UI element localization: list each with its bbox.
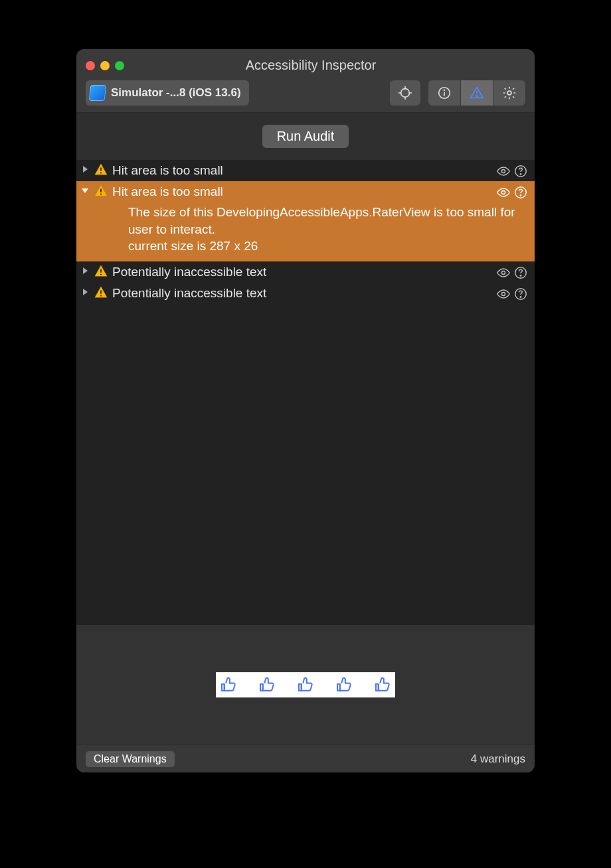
svg-point-18 [501, 190, 505, 194]
issue-row[interactable]: Hit area is too small [76, 181, 535, 202]
svg-point-22 [100, 273, 102, 275]
svg-point-30 [520, 297, 521, 297]
svg-point-12 [100, 172, 102, 173]
issue-row[interactable]: Potentially inaccessible text [76, 261, 535, 283]
svg-point-10 [507, 91, 511, 95]
toolbar: Simulator -...8 (iOS 13.6) [86, 80, 525, 106]
issue-title: Hit area is too small [112, 163, 492, 178]
window-title: Accessibility Inspector [96, 58, 525, 73]
disclosure-triangle-icon[interactable] [80, 163, 90, 173]
disclosure-triangle-icon[interactable] [80, 285, 90, 296]
run-audit-button[interactable]: Run Audit [262, 125, 349, 148]
reveal-icon[interactable] [496, 164, 511, 179]
thumbs-up-icon [334, 675, 354, 695]
svg-point-0 [401, 89, 410, 98]
svg-rect-11 [100, 167, 102, 171]
help-icon[interactable] [513, 185, 528, 200]
reveal-icon[interactable] [496, 287, 511, 301]
svg-point-20 [520, 195, 521, 196]
issue-title: Hit area is too small [112, 184, 492, 199]
disclosure-triangle-icon[interactable] [80, 184, 90, 194]
reveal-icon[interactable] [496, 265, 511, 280]
mode-segmented-control [428, 80, 525, 106]
settings-tab[interactable] [493, 80, 525, 106]
svg-point-15 [520, 174, 521, 175]
issue-title: Potentially inaccessible text [112, 264, 492, 279]
thumbs-up-icon [373, 675, 393, 695]
titlebar-top: Accessibility Inspector [86, 56, 525, 75]
help-icon[interactable] [513, 164, 528, 179]
disclosure-triangle-icon[interactable] [80, 264, 90, 275]
info-icon [437, 86, 452, 100]
svg-point-9 [476, 96, 477, 96]
issues-list: Hit area is too smallHit area is too sma… [76, 160, 535, 625]
svg-point-25 [520, 275, 521, 276]
footer: Clear Warnings 4 warnings [76, 745, 535, 772]
svg-point-7 [444, 90, 445, 90]
issue-row[interactable]: Potentially inaccessible text [76, 283, 535, 304]
thumbs-up-icon [296, 675, 315, 695]
crosshair-icon [398, 86, 412, 100]
help-icon[interactable] [513, 265, 528, 280]
svg-rect-16 [100, 188, 102, 192]
rater-view-preview [216, 672, 395, 697]
issue-detail: The size of this DevelopingAccessibleApp… [76, 202, 535, 261]
titlebar: Accessibility Inspector Simulator -...8 … [76, 49, 535, 113]
warning-icon [94, 184, 108, 198]
issue-title: Potentially inaccessible text [112, 285, 492, 301]
help-icon[interactable] [513, 287, 528, 301]
svg-point-23 [501, 271, 505, 274]
warning-count-label: 4 warnings [471, 753, 525, 766]
warning-icon [94, 163, 108, 177]
thumbs-up-icon [257, 675, 277, 695]
close-window-button[interactable] [86, 61, 95, 70]
reveal-icon[interactable] [496, 185, 511, 200]
issue-row[interactable]: Hit area is too small [76, 160, 535, 181]
warning-icon [94, 285, 108, 300]
audit-tab[interactable] [461, 80, 493, 106]
thumbs-up-icon [218, 675, 238, 695]
element-preview [76, 625, 535, 745]
target-label: Simulator -...8 (iOS 13.6) [111, 86, 241, 100]
svg-point-28 [501, 292, 505, 295]
svg-rect-21 [100, 269, 102, 273]
target-selector[interactable]: Simulator -...8 (iOS 13.6) [86, 80, 249, 106]
warning-triangle-icon [470, 86, 484, 100]
svg-point-27 [100, 295, 102, 296]
clear-warnings-button[interactable]: Clear Warnings [86, 751, 175, 767]
inspection-tab[interactable] [428, 80, 460, 106]
svg-rect-26 [100, 290, 102, 294]
simulator-icon [89, 85, 107, 101]
inspector-window: Accessibility Inspector Simulator -...8 … [76, 49, 535, 772]
gear-icon [502, 86, 517, 100]
svg-point-13 [501, 169, 505, 173]
audit-bar: Run Audit [76, 113, 535, 160]
svg-point-17 [100, 193, 102, 194]
warning-icon [94, 264, 108, 279]
target-picker-button[interactable] [390, 80, 420, 106]
